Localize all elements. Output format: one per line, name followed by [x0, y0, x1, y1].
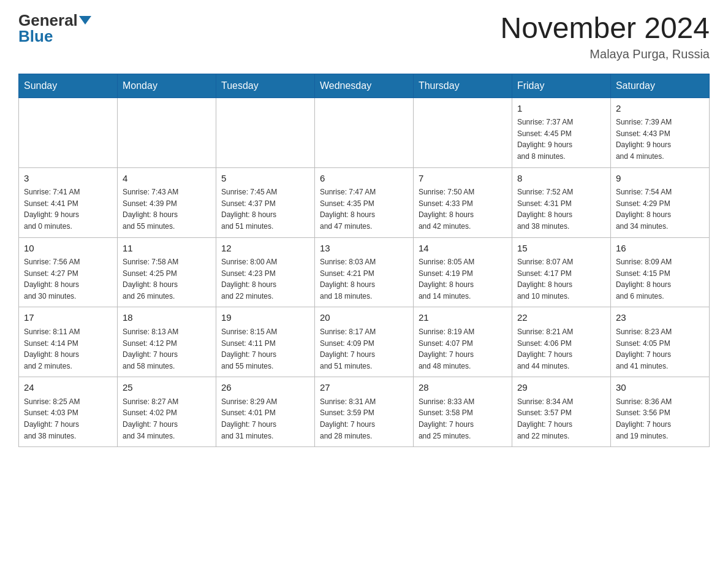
day-info: Sunrise: 8:11 AMSunset: 4:14 PMDaylight:… [24, 326, 112, 372]
calendar-cell: 9Sunrise: 7:54 AMSunset: 4:29 PMDaylight… [610, 167, 709, 237]
day-number: 8 [517, 172, 605, 186]
weekday-header-monday: Monday [117, 74, 216, 98]
day-info: Sunrise: 8:07 AMSunset: 4:17 PMDaylight:… [517, 256, 605, 302]
day-info: Sunrise: 7:47 AMSunset: 4:35 PMDaylight:… [320, 186, 408, 232]
title-area: November 2024 Malaya Purga, Russia [500, 12, 710, 61]
day-number: 23 [616, 311, 704, 325]
calendar-cell: 11Sunrise: 7:58 AMSunset: 4:25 PMDayligh… [117, 237, 216, 307]
month-title: November 2024 [500, 12, 710, 45]
calendar-cell: 4Sunrise: 7:43 AMSunset: 4:39 PMDaylight… [117, 167, 216, 237]
day-info: Sunrise: 8:03 AMSunset: 4:21 PMDaylight:… [320, 256, 408, 302]
day-info: Sunrise: 8:21 AMSunset: 4:06 PMDaylight:… [517, 326, 605, 372]
day-info: Sunrise: 7:54 AMSunset: 4:29 PMDaylight:… [616, 186, 704, 232]
calendar-cell: 15Sunrise: 8:07 AMSunset: 4:17 PMDayligh… [512, 237, 610, 307]
weekday-header-sunday: Sunday [19, 74, 118, 98]
day-number: 26 [221, 381, 309, 395]
calendar-cell: 28Sunrise: 8:33 AMSunset: 3:58 PMDayligh… [413, 377, 512, 447]
day-info: Sunrise: 8:27 AMSunset: 4:02 PMDaylight:… [123, 396, 211, 442]
day-number: 3 [24, 172, 112, 186]
day-number: 21 [419, 311, 507, 325]
day-info: Sunrise: 8:00 AMSunset: 4:23 PMDaylight:… [221, 256, 309, 302]
weekday-header-saturday: Saturday [610, 74, 709, 98]
day-number: 4 [123, 172, 211, 186]
location-title: Malaya Purga, Russia [500, 47, 710, 61]
day-info: Sunrise: 8:25 AMSunset: 4:03 PMDaylight:… [24, 396, 112, 442]
day-number: 9 [616, 172, 704, 186]
day-info: Sunrise: 7:50 AMSunset: 4:33 PMDaylight:… [419, 186, 507, 232]
day-info: Sunrise: 8:05 AMSunset: 4:19 PMDaylight:… [419, 256, 507, 302]
day-number: 27 [320, 381, 408, 395]
day-info: Sunrise: 8:17 AMSunset: 4:09 PMDaylight:… [320, 326, 408, 372]
day-number: 25 [123, 381, 211, 395]
day-number: 18 [123, 311, 211, 325]
day-number: 10 [24, 242, 112, 256]
day-info: Sunrise: 8:34 AMSunset: 3:57 PMDaylight:… [517, 396, 605, 442]
day-info: Sunrise: 8:36 AMSunset: 3:56 PMDaylight:… [616, 396, 704, 442]
calendar-cell: 30Sunrise: 8:36 AMSunset: 3:56 PMDayligh… [610, 377, 709, 447]
day-number: 19 [221, 311, 309, 325]
calendar-cell: 25Sunrise: 8:27 AMSunset: 4:02 PMDayligh… [117, 377, 216, 447]
day-number: 30 [616, 381, 704, 395]
day-info: Sunrise: 7:45 AMSunset: 4:37 PMDaylight:… [221, 186, 309, 232]
day-number: 29 [517, 381, 605, 395]
calendar-cell: 1Sunrise: 7:37 AMSunset: 4:45 PMDaylight… [512, 98, 610, 167]
day-number: 6 [320, 172, 408, 186]
calendar-cell: 24Sunrise: 8:25 AMSunset: 4:03 PMDayligh… [19, 377, 118, 447]
day-number: 24 [24, 381, 112, 395]
logo-general: General [18, 12, 78, 28]
day-number: 5 [221, 172, 309, 186]
day-info: Sunrise: 7:56 AMSunset: 4:27 PMDaylight:… [24, 256, 112, 302]
weekday-header-thursday: Thursday [413, 74, 512, 98]
day-info: Sunrise: 8:23 AMSunset: 4:05 PMDaylight:… [616, 326, 704, 372]
calendar-cell [314, 98, 413, 167]
calendar-cell: 3Sunrise: 7:41 AMSunset: 4:41 PMDaylight… [19, 167, 118, 237]
day-number: 7 [419, 172, 507, 186]
day-number: 2 [616, 102, 704, 116]
calendar-cell: 17Sunrise: 8:11 AMSunset: 4:14 PMDayligh… [19, 307, 118, 377]
calendar-cell: 20Sunrise: 8:17 AMSunset: 4:09 PMDayligh… [314, 307, 413, 377]
logo-triangle-icon [79, 16, 91, 25]
day-number: 17 [24, 311, 112, 325]
logo-blue: Blue [18, 28, 53, 44]
day-info: Sunrise: 7:39 AMSunset: 4:43 PMDaylight:… [616, 117, 704, 162]
day-number: 20 [320, 311, 408, 325]
calendar-cell: 7Sunrise: 7:50 AMSunset: 4:33 PMDaylight… [413, 167, 512, 237]
day-number: 13 [320, 242, 408, 256]
day-info: Sunrise: 7:41 AMSunset: 4:41 PMDaylight:… [24, 186, 112, 232]
day-info: Sunrise: 8:13 AMSunset: 4:12 PMDaylight:… [123, 326, 211, 372]
weekday-header-friday: Friday [512, 74, 610, 98]
calendar-cell: 12Sunrise: 8:00 AMSunset: 4:23 PMDayligh… [216, 237, 314, 307]
calendar-cell: 22Sunrise: 8:21 AMSunset: 4:06 PMDayligh… [512, 307, 610, 377]
day-info: Sunrise: 8:31 AMSunset: 3:59 PMDaylight:… [320, 396, 408, 442]
header: General Blue November 2024 Malaya Purga,… [18, 12, 710, 61]
calendar-cell: 27Sunrise: 8:31 AMSunset: 3:59 PMDayligh… [314, 377, 413, 447]
day-number: 16 [616, 242, 704, 256]
calendar-cell: 5Sunrise: 7:45 AMSunset: 4:37 PMDaylight… [216, 167, 314, 237]
weekday-header-tuesday: Tuesday [216, 74, 314, 98]
week-row-4: 17Sunrise: 8:11 AMSunset: 4:14 PMDayligh… [19, 307, 710, 377]
calendar-cell [216, 98, 314, 167]
calendar-cell: 13Sunrise: 8:03 AMSunset: 4:21 PMDayligh… [314, 237, 413, 307]
calendar-cell [19, 98, 118, 167]
week-row-2: 3Sunrise: 7:41 AMSunset: 4:41 PMDaylight… [19, 167, 710, 237]
day-number: 1 [517, 102, 605, 116]
calendar-cell: 26Sunrise: 8:29 AMSunset: 4:01 PMDayligh… [216, 377, 314, 447]
calendar-cell: 14Sunrise: 8:05 AMSunset: 4:19 PMDayligh… [413, 237, 512, 307]
weekday-header-row: SundayMondayTuesdayWednesdayThursdayFrid… [19, 74, 710, 98]
calendar-cell: 10Sunrise: 7:56 AMSunset: 4:27 PMDayligh… [19, 237, 118, 307]
day-number: 22 [517, 311, 605, 325]
week-row-3: 10Sunrise: 7:56 AMSunset: 4:27 PMDayligh… [19, 237, 710, 307]
day-info: Sunrise: 8:29 AMSunset: 4:01 PMDaylight:… [221, 396, 309, 442]
day-info: Sunrise: 7:43 AMSunset: 4:39 PMDaylight:… [123, 186, 211, 232]
calendar-cell: 8Sunrise: 7:52 AMSunset: 4:31 PMDaylight… [512, 167, 610, 237]
calendar-cell: 2Sunrise: 7:39 AMSunset: 4:43 PMDaylight… [610, 98, 709, 167]
day-info: Sunrise: 8:09 AMSunset: 4:15 PMDaylight:… [616, 256, 704, 302]
day-number: 28 [419, 381, 507, 395]
calendar-cell: 23Sunrise: 8:23 AMSunset: 4:05 PMDayligh… [610, 307, 709, 377]
calendar-cell: 29Sunrise: 8:34 AMSunset: 3:57 PMDayligh… [512, 377, 610, 447]
day-number: 15 [517, 242, 605, 256]
calendar-cell: 18Sunrise: 8:13 AMSunset: 4:12 PMDayligh… [117, 307, 216, 377]
day-number: 12 [221, 242, 309, 256]
calendar-table: SundayMondayTuesdayWednesdayThursdayFrid… [18, 74, 710, 447]
week-row-1: 1Sunrise: 7:37 AMSunset: 4:45 PMDaylight… [19, 98, 710, 167]
